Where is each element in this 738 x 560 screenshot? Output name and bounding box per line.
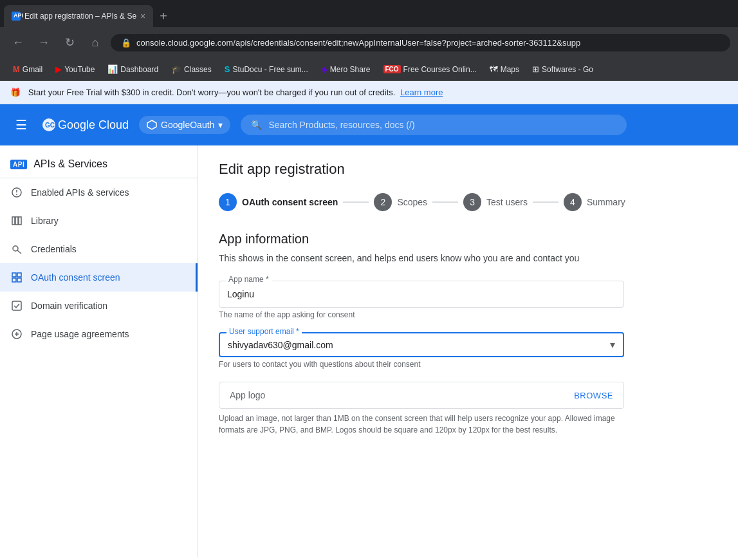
bookmark-softwares[interactable]: ⊞ Softwares - Go [527, 62, 598, 76]
bookmark-freecourses[interactable]: FCO Free Courses Onlin... [378, 63, 482, 76]
gift-icon: 🎁 [10, 88, 21, 97]
project-selector[interactable]: GoogleOauth ▾ [139, 116, 230, 134]
softwares-icon: ⊞ [532, 64, 539, 74]
step-4-circle: 4 [564, 193, 582, 211]
tab-close-button[interactable]: × [140, 11, 145, 21]
sidebar-item-label: Page usage agreements [31, 329, 129, 339]
sidebar-item-oauth-consent[interactable]: OAuth consent screen [0, 263, 198, 292]
gmail-icon: M [13, 64, 20, 74]
library-icon [10, 214, 23, 227]
bookmark-meroshare[interactable]: ◈ Mero Share [316, 62, 376, 76]
meroshare-icon: ◈ [321, 64, 327, 74]
user-support-email-field-group: User support email * shivyadav630@gmail.… [219, 332, 717, 369]
youtube-icon: ▶ [55, 64, 62, 74]
learn-more-link[interactable]: Learn more [400, 88, 443, 97]
app-name-input[interactable] [227, 286, 616, 302]
hamburger-menu[interactable]: ☰ [10, 112, 32, 138]
sidebar-item-label: Credentials [31, 244, 77, 254]
address-bar[interactable]: 🔒 console.cloud.google.com/apis/credenti… [111, 34, 730, 51]
gc-logo-text: Google Cloud [58, 118, 129, 132]
google-cloud-logo: GC Google Cloud [42, 118, 129, 132]
bookmarks-bar: M Gmail ▶ YouTube 📊 Dashboard 🎓 Classes … [0, 58, 738, 81]
cloud-logo-icon: GC [42, 118, 55, 131]
sidebar-item-label: Domain verification [31, 301, 107, 311]
svg-marker-2 [147, 120, 156, 129]
bookmark-label: StuDocu - Free sum... [232, 65, 308, 74]
tab-favicon: API [12, 12, 21, 21]
svg-rect-8 [19, 217, 21, 225]
svg-rect-11 [12, 273, 16, 277]
sidebar-item-domain-verification[interactable]: Domain verification [0, 292, 198, 320]
sidebar-item-label: OAuth consent screen [31, 272, 120, 283]
app-name-hint: The name of the app asking for consent [219, 310, 717, 319]
sidebar: API APIs & Services Enabled APIs & servi… [0, 145, 198, 557]
oauth-consent-icon [10, 271, 23, 284]
step-1-label: OAuth consent screen [242, 197, 338, 207]
forward-button[interactable]: → [33, 32, 54, 53]
back-button[interactable]: ← [8, 32, 28, 53]
bookmark-classes[interactable]: 🎓 Classes [166, 62, 217, 76]
step-2-label: Scopes [397, 197, 427, 207]
user-support-email-hint: For users to contact you with questions … [219, 360, 717, 369]
step-2-circle: 2 [374, 193, 392, 211]
trial-banner: 🎁 Start your Free Trial with $300 in cre… [0, 81, 738, 104]
app-logo-field-group: App logo BROWSE Upload an image, not lar… [219, 382, 717, 436]
svg-rect-12 [17, 273, 21, 277]
home-button[interactable]: ⌂ [85, 32, 106, 53]
bookmark-youtube[interactable]: ▶ YouTube [50, 62, 100, 76]
app-logo-container: App logo BROWSE [219, 382, 624, 409]
app-name-container: App name * [219, 281, 624, 308]
user-support-email-container: User support email * shivyadav630@gmail.… [219, 332, 624, 357]
chevron-down-icon: ▾ [610, 339, 615, 351]
svg-point-5 [16, 194, 17, 195]
app-name-field-group: App name * The name of the app asking fo… [219, 281, 717, 319]
step-connector-2 [432, 201, 458, 203]
step-1-circle: 1 [219, 193, 237, 211]
user-support-email-label: User support email * [226, 327, 302, 336]
sidebar-api-title: APIs & Services [33, 158, 107, 170]
trial-text: Start your Free Trial with $300 in credi… [28, 88, 396, 97]
step-4: 4 Summary [564, 193, 625, 211]
svg-rect-15 [12, 301, 21, 310]
classes-icon: 🎓 [171, 64, 181, 74]
bookmark-label: Mero Share [330, 65, 371, 74]
bookmark-label: Maps [501, 65, 519, 74]
step-connector-3 [533, 201, 558, 203]
studocu-icon: S [225, 64, 230, 74]
bookmark-gmail[interactable]: M Gmail [8, 62, 48, 76]
step-1: 1 OAuth consent screen [219, 193, 338, 211]
sidebar-item-library[interactable]: Library [0, 207, 198, 235]
bookmark-dashboard[interactable]: 📊 Dashboard [102, 62, 163, 76]
address-text: console.cloud.google.com/apis/credential… [136, 38, 580, 48]
svg-rect-13 [12, 278, 16, 282]
domain-verification-icon [10, 299, 23, 312]
bookmark-maps[interactable]: 🗺 Maps [484, 62, 524, 76]
page-title: Edit app registration [219, 161, 717, 178]
bookmark-label: Free Courses Onlin... [403, 65, 477, 74]
active-tab[interactable]: API Edit app registration – APIs & Se × [4, 5, 153, 27]
email-select-value: shivyadav630@gmail.com [228, 340, 333, 350]
step-4-label: Summary [587, 197, 625, 207]
sidebar-item-page-usage[interactable]: Page usage agreements [0, 320, 198, 348]
sidebar-item-enabled-apis[interactable]: Enabled APIs & services [0, 178, 198, 207]
sidebar-item-label: Library [31, 216, 59, 226]
app-name-label: App name * [226, 275, 272, 284]
step-3-circle: 3 [463, 193, 481, 211]
bookmark-studocu[interactable]: S StuDocu - Free sum... [219, 62, 313, 76]
step-connector-1 [343, 201, 369, 203]
browse-button[interactable]: BROWSE [574, 391, 613, 400]
project-name: GoogleOauth [161, 120, 214, 130]
sidebar-item-label: Enabled APIs & services [31, 187, 129, 198]
credentials-icon [10, 243, 23, 256]
bookmark-label: Softwares - Go [542, 65, 593, 74]
api-badge: API [10, 160, 27, 169]
dashboard-icon: 📊 [107, 64, 118, 74]
sidebar-item-credentials[interactable]: Credentials [0, 235, 198, 263]
email-select-row[interactable]: shivyadav630@gmail.com ▾ [228, 339, 615, 351]
app-logo-label: App logo [230, 390, 265, 400]
page-usage-icon [10, 328, 23, 341]
global-search[interactable]: 🔍 Search Products, resources, docs (/) [241, 115, 627, 135]
new-tab-button[interactable]: + [153, 5, 174, 27]
refresh-button[interactable]: ↻ [59, 32, 80, 53]
section-description: This shows in the consent screen, and he… [219, 252, 717, 265]
